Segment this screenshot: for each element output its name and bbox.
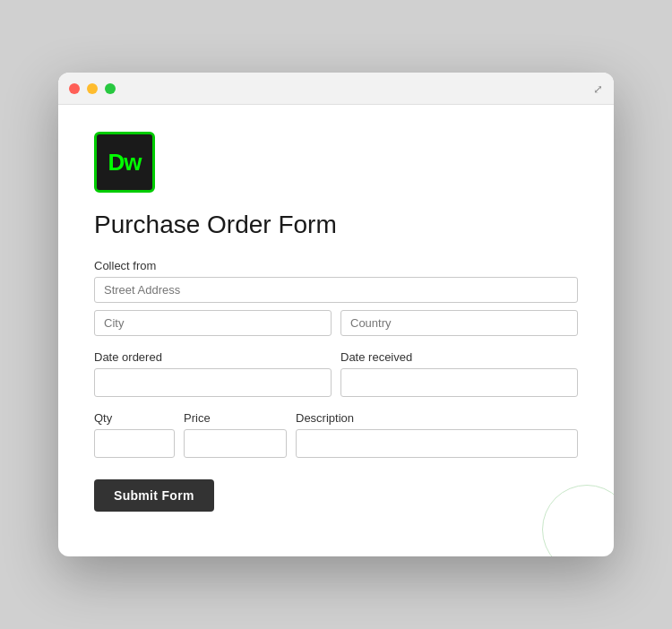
date-row: Date ordered Date received bbox=[94, 350, 578, 397]
city-input[interactable] bbox=[94, 310, 332, 336]
date-ordered-label: Date ordered bbox=[94, 350, 332, 364]
date-ordered-group: Date ordered bbox=[94, 350, 332, 397]
date-ordered-input[interactable] bbox=[94, 368, 332, 397]
price-group: Price bbox=[184, 411, 287, 458]
maximize-button[interactable] bbox=[105, 83, 116, 94]
date-received-label: Date received bbox=[340, 350, 578, 364]
price-input[interactable] bbox=[184, 429, 287, 458]
description-label: Description bbox=[296, 411, 578, 425]
page-title: Purchase Order Form bbox=[94, 211, 578, 239]
application-window: ⤢ Dw Purchase Order Form Collect from Da… bbox=[58, 73, 614, 556]
date-received-input[interactable] bbox=[340, 368, 578, 397]
close-button[interactable] bbox=[69, 83, 80, 94]
collect-from-label: Collect from bbox=[94, 259, 578, 272]
date-received-group: Date received bbox=[340, 350, 578, 397]
qty-label: Qty bbox=[94, 411, 175, 425]
qty-input[interactable] bbox=[94, 429, 175, 458]
description-group: Description bbox=[296, 411, 578, 458]
traffic-lights bbox=[69, 83, 116, 94]
city-country-row bbox=[94, 310, 578, 336]
description-input[interactable] bbox=[296, 429, 578, 458]
logo-text: Dw bbox=[108, 149, 142, 177]
street-address-input[interactable] bbox=[94, 277, 578, 303]
purchase-order-form: Collect from Date ordered Date received bbox=[94, 259, 578, 512]
dw-logo: Dw bbox=[94, 132, 155, 193]
titlebar: ⤢ bbox=[58, 73, 614, 105]
price-label: Price bbox=[184, 411, 287, 425]
main-content: Dw Purchase Order Form Collect from Date… bbox=[58, 105, 614, 556]
qty-price-desc-row: Qty Price Description bbox=[94, 411, 578, 458]
street-address-row bbox=[94, 277, 578, 303]
submit-button[interactable]: Submit Form bbox=[94, 479, 214, 512]
expand-icon[interactable]: ⤢ bbox=[593, 82, 603, 95]
minimize-button[interactable] bbox=[87, 83, 98, 94]
qty-group: Qty bbox=[94, 411, 175, 458]
country-input[interactable] bbox=[340, 310, 578, 336]
